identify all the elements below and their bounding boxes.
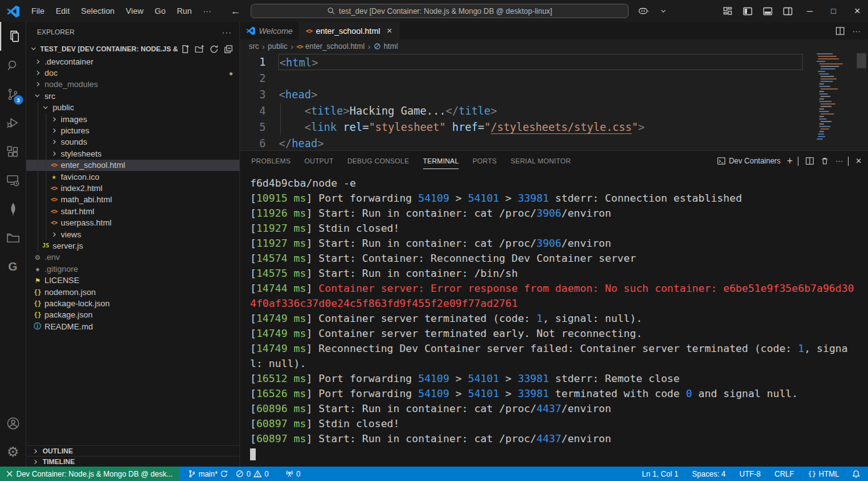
activity-extensions-icon[interactable]: [0, 137, 26, 166]
back-icon[interactable]: ←: [231, 6, 241, 17]
indentation[interactable]: Spaces: 4: [688, 467, 729, 481]
activity-run-debug-icon[interactable]: [0, 108, 26, 137]
tree-item-package-json[interactable]: {}package.json: [26, 309, 239, 321]
tree-item-start-html[interactable]: <>start.html: [26, 205, 239, 217]
tree-item-stylesheets[interactable]: stylesheets: [26, 148, 239, 159]
timeline-section[interactable]: TIMELINE: [26, 456, 239, 467]
license-file-icon: ⚑: [35, 276, 39, 285]
tree-item-license[interactable]: ⚑LICENSE: [26, 274, 239, 286]
maximize-button[interactable]: □: [823, 0, 844, 22]
account-icon[interactable]: [0, 409, 26, 438]
tree-item-sounds[interactable]: sounds: [26, 137, 239, 148]
activity-search-icon[interactable]: [0, 51, 26, 80]
tree-item-doc[interactable]: doc●: [26, 67, 239, 78]
split-editor-icon[interactable]: [835, 26, 845, 36]
tree-item--devcontainer[interactable]: .devcontainer: [26, 56, 239, 67]
activity-mongodb-icon[interactable]: [0, 195, 26, 224]
editor-scrollbar-thumb[interactable]: [857, 53, 866, 68]
new-file-icon[interactable]: [180, 44, 190, 54]
minimap[interactable]: [815, 53, 853, 153]
breadcrumb-item-html[interactable]: html: [374, 42, 398, 51]
refresh-icon[interactable]: [209, 44, 219, 54]
tree-item-favicon-ico[interactable]: ★favicon.ico: [26, 171, 239, 182]
panel-tab-problems[interactable]: PROBLEMS: [251, 153, 291, 169]
menu-edit[interactable]: Edit: [50, 0, 75, 22]
panel-tab-output[interactable]: OUTPUT: [305, 153, 333, 169]
command-center-search[interactable]: test_dev [Dev Container: Node.js & Mongo…: [251, 4, 629, 18]
breadcrumb-item-enter-school-html[interactable]: <>enter_school.html: [296, 42, 365, 51]
tree-item-label: public: [53, 103, 74, 112]
minimize-button[interactable]: ─: [799, 0, 820, 22]
chevron-right-icon: [51, 152, 55, 156]
activity-source-control-icon[interactable]: 3: [0, 80, 26, 108]
menu-file[interactable]: File: [26, 0, 50, 22]
activity-gitlens-icon[interactable]: G: [0, 252, 26, 281]
ports-indicator[interactable]: 0: [281, 467, 305, 481]
panel-tab-debug-console[interactable]: DEBUG CONSOLE: [347, 153, 409, 169]
tab-welcome[interactable]: Welcome: [240, 22, 300, 39]
activity-explorer-icon[interactable]: [0, 22, 26, 51]
cursor-position[interactable]: Ln 1, Col 1: [638, 467, 682, 481]
tree-item-node-modules[interactable]: node_modules: [26, 79, 239, 90]
tab-close-icon[interactable]: ✕: [387, 27, 392, 35]
split-terminal-icon[interactable]: [805, 157, 814, 165]
json-file-icon: {}: [34, 289, 41, 296]
code-editor[interactable]: 1<html>23<head>4 <title>Hacking Game...<…: [240, 53, 868, 150]
close-button[interactable]: ✕: [847, 0, 868, 22]
tree-item-package-lock-json[interactable]: {}package-lock.json: [26, 297, 239, 309]
tree-item-images[interactable]: images: [26, 113, 239, 125]
language-mode[interactable]: {} HTML: [804, 467, 843, 481]
breadcrumb-item-public[interactable]: public: [268, 42, 287, 51]
branch-indicator[interactable]: main*: [184, 467, 233, 481]
tree-item-views[interactable]: views: [26, 229, 239, 240]
collapse-all-icon[interactable]: [224, 44, 233, 54]
close-panel-icon[interactable]: ✕: [855, 157, 862, 165]
panel-tab-terminal[interactable]: TERMINAL: [423, 153, 459, 169]
breadcrumb-item-src[interactable]: src: [249, 42, 259, 51]
panel-tab-ports[interactable]: PORTS: [473, 153, 497, 169]
terminal-output[interactable]: f6d4b9cba/node -e[10915 ms] Port forward…: [240, 171, 868, 460]
toggle-panel-icon[interactable]: [759, 0, 776, 22]
tree-item-server-js[interactable]: JSserver.js: [26, 240, 239, 251]
new-folder-icon[interactable]: [195, 44, 204, 54]
outline-section[interactable]: OUTLINE: [26, 445, 239, 456]
workspace-section-header[interactable]: TEST_DEV [DEV CONTAINER: NODE.JS & MONGO…: [26, 42, 239, 56]
toggle-secondary-sidebar-icon[interactable]: [779, 0, 797, 22]
menu-go[interactable]: Go: [149, 0, 171, 22]
problems-indicator[interactable]: 0 0: [232, 467, 272, 481]
tree-item--env[interactable]: ⚙.env: [26, 252, 239, 263]
menu-selection[interactable]: Selection: [75, 0, 120, 22]
tree-item-math-abi-html[interactable]: <>math_abi.html: [26, 194, 239, 205]
copilot-dropdown-icon[interactable]: [655, 0, 672, 22]
panel-tab-serial-monitor[interactable]: SERIAL MONITOR: [511, 153, 571, 169]
tree-item--gitignore[interactable]: ◆.gitignore: [26, 263, 239, 274]
panel-more-actions-icon[interactable]: ···: [835, 157, 843, 165]
tree-item-index2-html[interactable]: <>index2.html: [26, 182, 239, 194]
activity-remote-explorer-icon[interactable]: [0, 166, 26, 195]
activity-containers-icon[interactable]: [0, 224, 26, 252]
tab-enter-school[interactable]: <> enter_school.html ✕: [300, 22, 399, 39]
menu-view[interactable]: View: [120, 0, 149, 22]
kill-terminal-icon[interactable]: [820, 157, 829, 165]
tree-item-nodemon-json[interactable]: {}nodemon.json: [26, 286, 239, 297]
tree-item-enter-school-html[interactable]: <>enter_school.html: [26, 160, 239, 171]
tree-item-readme-md[interactable]: ⓘREADME.md: [26, 321, 239, 332]
eol-sequence[interactable]: CRLF: [771, 467, 798, 481]
tree-item-src[interactable]: src: [26, 90, 239, 101]
notifications-bell-icon[interactable]: [848, 467, 864, 481]
terminal-profile[interactable]: Dev Containers: [717, 157, 781, 165]
toggle-sidebar-icon[interactable]: [739, 0, 756, 22]
customize-layout-icon[interactable]: [719, 0, 736, 22]
menu-run[interactable]: Run: [171, 0, 197, 22]
menu-more-icon[interactable]: ···: [197, 0, 217, 22]
remote-indicator[interactable]: Dev Container: Node.js & Mongo DB @ desk…: [0, 467, 179, 481]
tree-item-pictures[interactable]: pictures: [26, 125, 239, 136]
copilot-icon[interactable]: [635, 0, 652, 22]
tree-item-userpass-html[interactable]: <>userpass.html: [26, 217, 239, 228]
editor-more-actions-icon[interactable]: ···: [852, 26, 860, 36]
new-terminal-icon[interactable]: +: [787, 155, 793, 167]
settings-gear-icon[interactable]: ⚙: [0, 438, 26, 467]
explorer-more-actions-icon[interactable]: ···: [222, 28, 232, 37]
encoding[interactable]: UTF-8: [736, 467, 765, 481]
tree-item-public[interactable]: public: [26, 102, 239, 113]
